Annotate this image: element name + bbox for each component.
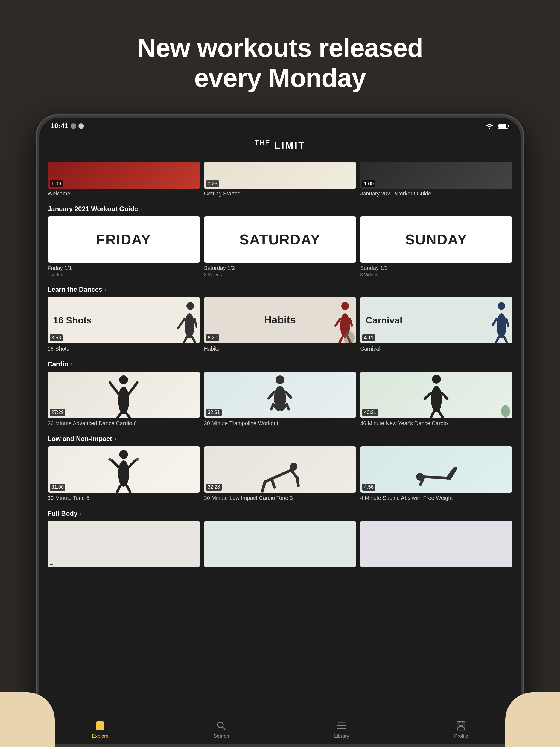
carnival-thumbnail: Carnival 4:11: [360, 297, 512, 343]
battery-icon: [498, 123, 510, 129]
video-card-tone5[interactable]: 31:00 30 Minute Tone 5: [48, 446, 200, 501]
featured-welcome[interactable]: 1:09 Welcome: [48, 162, 200, 197]
svg-line-8: [183, 337, 187, 343]
wifi-icon: [485, 123, 494, 130]
friday-title: Friday 1/1: [48, 264, 200, 272]
section-header-january[interactable]: January 2021 Workout Guide ›: [40, 202, 520, 215]
video-card-supine-abs[interactable]: 4:56 4 Minute Supine Abs with Free Weigh…: [360, 446, 512, 501]
nav-explore[interactable]: Explore: [92, 720, 108, 739]
fullbody-1-thumbnail: [48, 521, 200, 567]
svg-line-23: [504, 337, 508, 343]
svg-line-40: [425, 393, 431, 399]
section-header-fullbody[interactable]: Full Body ›: [40, 507, 520, 519]
svg-line-53: [127, 486, 130, 492]
video-card-low-cardio[interactable]: 32:28 30 Minute Low Impact Cardio Tone 3: [204, 446, 356, 501]
svg-line-14: [339, 337, 342, 343]
nav-search[interactable]: Search: [213, 720, 229, 739]
tablet-frame: 10:41 THE LIMIT: [36, 115, 524, 747]
nav-library[interactable]: Library: [334, 720, 349, 739]
play-icon: [95, 720, 105, 731]
tone5-thumbnail: 31:00: [48, 446, 200, 493]
newyear-title: 46 Minute New Year's Dance Cardio: [360, 420, 512, 427]
svg-point-46: [119, 450, 128, 459]
dance-cardio-thumbnail: 27:29: [48, 371, 200, 418]
content-area[interactable]: 1:09 Welcome 0:25 Getting Started 1:00 J…: [40, 156, 520, 714]
explore-icon-container: [94, 720, 106, 732]
cardio-arrow-icon: ›: [71, 361, 73, 368]
svg-point-25: [118, 387, 129, 414]
svg-line-58: [291, 470, 297, 478]
featured-getting-started[interactable]: 0:25 Getting Started: [204, 162, 356, 197]
featured-guide[interactable]: 1:00 January 2021 Workout Guide: [360, 162, 512, 197]
video-card-saturday[interactable]: SATURDAY Saturday 1/2 3 Videos: [204, 216, 356, 278]
low-cardio-person-icon: [259, 460, 301, 493]
friday-day-label: FRIDAY: [96, 231, 151, 248]
svg-point-50: [108, 458, 111, 461]
library-icon-container: [335, 720, 348, 732]
section-header-dances[interactable]: Learn the Dances ›: [40, 283, 520, 295]
video-card-dance-cardio[interactable]: 27:29 26 Minute Advanced Dance Cardio 6: [48, 371, 200, 427]
tone5-duration: 31:00: [50, 484, 65, 491]
section-header-cardio[interactable]: Cardio ›: [40, 358, 520, 370]
sunday-thumbnail: SUNDAY: [360, 216, 512, 263]
video-card-newyear-cardio[interactable]: 46:21 46 Minute New Year's Dance Cardio: [360, 371, 512, 427]
video-card-16shots[interactable]: 16 Shots 3:58 16 Shots: [48, 297, 200, 352]
svg-line-32: [269, 392, 274, 398]
habits-plant-icon: [342, 321, 356, 343]
video-card-friday[interactable]: FRIDAY Friday 1/1 1 Video: [48, 216, 200, 278]
video-card-trampoline[interactable]: 32:31 30 Minute Trampoline Workout: [204, 371, 356, 427]
saturday-day-label: SATURDAY: [239, 231, 321, 248]
16shots-person-icon: [175, 301, 197, 343]
nav-profile[interactable]: Profile: [454, 720, 468, 739]
svg-point-19: [497, 313, 506, 338]
newyear-person-icon: [422, 374, 452, 418]
low-arrow-icon: ›: [114, 435, 116, 442]
dance-cardio-duration: 27:29: [50, 409, 65, 416]
svg-point-38: [432, 375, 441, 384]
video-card-fullbody-2[interactable]: [204, 521, 356, 567]
status-dot-2: [78, 123, 84, 129]
video-card-habits[interactable]: Habits 6:20: [204, 297, 356, 352]
fullbody-2-thumbnail: [204, 521, 356, 567]
16shots-title: 16 Shots: [48, 345, 200, 352]
habits-title: Habits: [204, 345, 356, 352]
svg-line-7: [195, 319, 197, 327]
carnival-label: Carnival: [365, 315, 402, 325]
tone5-title: 30 Minute Tone 5: [48, 494, 200, 501]
logo-the: THE: [255, 138, 271, 147]
corner-accent-left: [0, 692, 55, 747]
guide-thumbnail: 1:00: [360, 162, 512, 189]
low-video-row: 31:00 30 Minute Tone 5 32:28: [40, 445, 520, 507]
video-card-fullbody-1[interactable]: [48, 521, 200, 567]
svg-line-21: [506, 319, 508, 326]
svg-point-5: [184, 313, 195, 338]
cardio-section-title: Cardio: [48, 360, 68, 368]
newyear-duration: 46:21: [362, 409, 378, 416]
svg-line-28: [118, 413, 121, 417]
search-icon-container: [215, 720, 227, 732]
dances-arrow-icon: ›: [104, 286, 106, 293]
svg-line-20: [493, 319, 497, 325]
fullbody-section-title: Full Body: [48, 510, 77, 517]
search-label: Search: [213, 733, 229, 739]
getting-started-thumbnail: 0:25: [204, 162, 356, 189]
svg-line-57: [272, 480, 275, 487]
video-card-sunday[interactable]: SUNDAY Sunday 1/3 3 Videos: [360, 216, 512, 278]
january-section-title: January 2021 Workout Guide: [48, 205, 138, 213]
svg-point-47: [118, 460, 129, 487]
newyear-thumbnail: 46:21: [360, 371, 512, 418]
habits-duration: 6:20: [206, 334, 219, 341]
video-card-fullbody-3[interactable]: [360, 521, 512, 567]
svg-rect-45: [505, 413, 506, 418]
fullbody-1-duration: [50, 564, 53, 565]
svg-rect-17: [348, 338, 350, 343]
video-card-carnival[interactable]: Carnival 4:11 Carnival: [360, 297, 512, 352]
carnival-title: Carnival: [360, 345, 512, 352]
svg-line-52: [117, 486, 120, 492]
svg-rect-3: [499, 124, 506, 128]
svg-line-29: [126, 413, 130, 417]
section-header-low[interactable]: Low and Non-Impact ›: [40, 432, 520, 445]
svg-line-37: [287, 404, 289, 409]
habits-thumbnail: Habits 6:20: [204, 297, 356, 343]
svg-point-0: [489, 128, 490, 129]
